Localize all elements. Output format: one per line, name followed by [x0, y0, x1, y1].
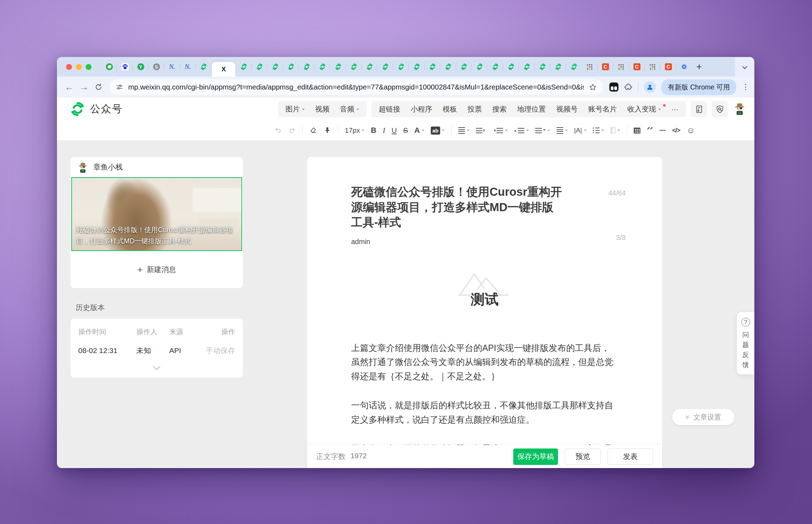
zoom-window-button[interactable] — [86, 64, 92, 70]
menu-item-audio[interactable]: 音频 — [335, 101, 364, 117]
menu-item-video[interactable]: 视频 — [310, 101, 335, 117]
address-bar[interactable]: mp.weixin.qq.com/cgi-bin/appmsg?t=media/… — [109, 79, 603, 95]
pinned-tab[interactable] — [613, 60, 629, 73]
pinned-tab[interactable]: Y — [133, 60, 148, 73]
highlight-color-button[interactable]: ab — [428, 124, 448, 137]
align-button[interactable] — [455, 124, 473, 137]
line-spacing-button[interactable] — [553, 124, 571, 137]
feedback-tab[interactable]: ? 问题反馈 — [737, 312, 754, 374]
pinned-tab[interactable] — [314, 60, 330, 73]
indent-decrease-button[interactable] — [490, 124, 511, 137]
new-message-button[interactable]: + 新建消息 — [71, 251, 243, 288]
pinned-tab[interactable] — [267, 60, 283, 73]
mobile-preview-button[interactable] — [691, 101, 707, 117]
pinned-tab[interactable] — [283, 60, 299, 73]
list-button[interactable] — [590, 124, 607, 137]
pinned-tab[interactable] — [645, 60, 660, 73]
italic-button[interactable]: I — [379, 124, 388, 137]
pinned-tab[interactable] — [566, 60, 582, 73]
menu-item-vote[interactable]: 投票 — [462, 101, 487, 117]
pinned-tab[interactable] — [393, 60, 409, 73]
menu-item-channels[interactable]: 视频号 — [551, 101, 583, 117]
pinned-tab[interactable] — [362, 60, 377, 73]
browser-menu-button[interactable]: ⋮ — [742, 85, 747, 89]
history-cell-action[interactable]: 手动保存 — [197, 346, 235, 356]
history-expand-button[interactable] — [153, 363, 160, 370]
pinned-tab[interactable] — [472, 60, 487, 73]
pinned-tab[interactable]: N. — [164, 60, 180, 73]
pinned-tab[interactable] — [503, 60, 519, 73]
pinned-tab[interactable] — [117, 60, 133, 73]
menu-item-miniprogram[interactable]: 小程序 — [406, 101, 438, 117]
forward-button[interactable]: → — [77, 80, 91, 94]
article-title-input[interactable]: 死磕微信公众号排版！使用Curosr重构开源编辑器项目，打造多样式MD一键排版工… — [351, 184, 562, 230]
content-guard-button[interactable] — [712, 101, 728, 117]
pinned-tab[interactable] — [236, 60, 252, 73]
insert-emoji-button[interactable]: ☺ — [683, 124, 698, 137]
menu-item-monetization[interactable]: 收入变现 — [622, 101, 666, 117]
first-line-indent-button[interactable] — [473, 124, 490, 137]
pinned-tab[interactable] — [456, 60, 472, 73]
pinned-tab[interactable] — [377, 60, 393, 73]
bold-button[interactable]: B — [368, 124, 379, 137]
strikethrough-button[interactable]: S — [400, 124, 411, 137]
reload-button[interactable] — [91, 80, 106, 94]
pinned-tab[interactable] — [252, 60, 267, 73]
pinned-tab[interactable]: N. — [180, 60, 196, 73]
insert-code-button[interactable]: </> — [669, 124, 683, 137]
publish-button[interactable]: 发表 — [608, 448, 653, 465]
pinned-tab[interactable]: C — [597, 60, 613, 73]
pinned-tab[interactable] — [196, 60, 211, 73]
extensions-puzzle-icon[interactable] — [624, 83, 632, 91]
pinned-tab[interactable] — [550, 60, 566, 73]
underline-button[interactable]: U — [388, 124, 400, 137]
paragraph[interactable]: 上篇文章介绍使用微信公众平台的API实现一键排版发布的工具后，虽然打通了微信公众… — [351, 341, 618, 383]
pinned-tab[interactable] — [330, 60, 346, 73]
article-card-selected[interactable]: 死磕微信公众号排版！使用Curosr重构开源编辑器项目，打造多样式MD一键排版工… — [71, 177, 242, 251]
format-clear-button[interactable] — [306, 124, 320, 137]
menu-item-hyperlink[interactable]: 超链接 — [374, 101, 406, 117]
pinned-tab[interactable] — [346, 60, 362, 73]
pinned-tab[interactable]: C — [660, 60, 676, 73]
article-heading-block[interactable]: 测试 — [351, 276, 618, 309]
menu-item-image[interactable]: 图片 — [280, 101, 310, 117]
pinned-tab[interactable] — [582, 60, 597, 73]
dark-extension-icon[interactable] — [609, 82, 618, 92]
margin-bottom-button[interactable] — [532, 124, 553, 137]
save-draft-button[interactable]: 保存为草稿 — [513, 448, 558, 465]
insert-divider-button[interactable] — [657, 124, 669, 137]
active-tab[interactable]: X — [212, 62, 235, 77]
blockquote-button[interactable]: ” — [644, 124, 657, 137]
format-painter-button[interactable] — [320, 124, 334, 137]
minimize-window-button[interactable] — [76, 64, 82, 70]
layout-button[interactable] — [607, 124, 623, 137]
pinned-tab[interactable] — [101, 60, 117, 73]
author-input[interactable]: admin — [351, 238, 618, 246]
paragraph[interactable]: 一句话说，就是排版后的样式比较丑，不像其他排版工具那样支持自定义多种样式，说白了… — [351, 398, 618, 426]
brand[interactable]: 公众号 — [70, 101, 123, 117]
back-button[interactable]: ← — [62, 80, 77, 94]
bookmark-star-icon[interactable] — [589, 83, 597, 91]
close-window-button[interactable] — [66, 64, 72, 70]
menu-item-more[interactable]: ··· — [666, 101, 684, 117]
menu-item-template[interactable]: 模板 — [437, 101, 462, 117]
pinned-tab[interactable] — [535, 60, 550, 73]
insert-table-button[interactable] — [631, 124, 644, 137]
profile-avatar[interactable] — [644, 81, 656, 93]
pinned-tab[interactable] — [299, 60, 314, 73]
letter-spacing-button[interactable]: |A| — [571, 124, 590, 137]
menu-item-account-card[interactable]: 账号名片 — [583, 101, 622, 117]
user-avatar[interactable]: <> — [733, 101, 747, 117]
pinned-tab[interactable]: C — [629, 60, 645, 73]
undo-button[interactable] — [271, 124, 285, 137]
site-info-icon[interactable] — [116, 83, 123, 91]
new-tab-button[interactable]: + — [692, 60, 706, 73]
tab-search-button[interactable] — [735, 57, 754, 77]
font-color-button[interactable]: A — [411, 124, 428, 137]
menu-item-location[interactable]: 地理位置 — [512, 101, 551, 117]
pinned-tab[interactable] — [409, 60, 425, 73]
redo-button[interactable] — [285, 124, 299, 137]
menu-item-search[interactable]: 搜索 — [487, 101, 512, 117]
pinned-tab[interactable] — [519, 60, 535, 73]
font-size-select[interactable]: 17px — [342, 124, 368, 137]
